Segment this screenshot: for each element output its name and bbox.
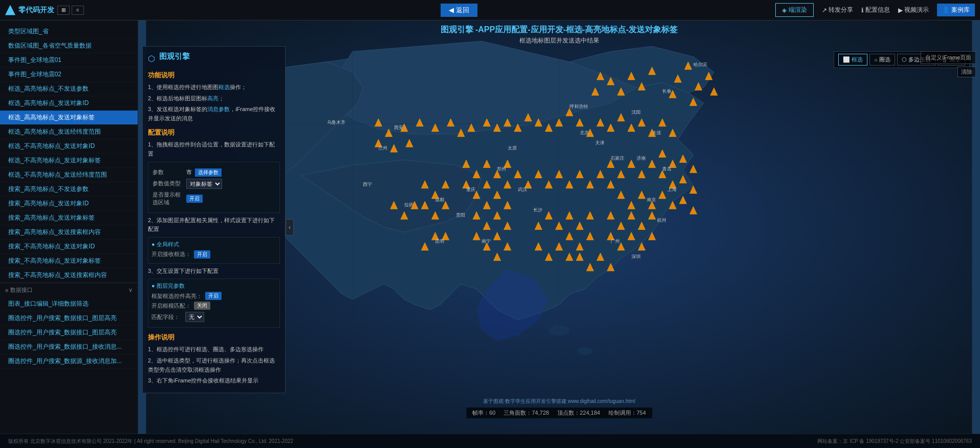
polygon-icon: ⬡ bbox=[902, 56, 907, 63]
sidebar-section-item-3[interactable]: 圈选控件_用户搜索_数据接口_接收消息... bbox=[0, 340, 138, 354]
open-select-toggle[interactable]: 开启 bbox=[194, 250, 210, 259]
map-link[interactable]: 基于图观·数字孪生应用开发引擎搭建 www.digihail.com/tugua… bbox=[483, 398, 635, 405]
ops-text-3: 3、右下角iFrame控件会接收框选结果并显示 bbox=[148, 376, 280, 386]
sidebar-item-16[interactable]: 搜索_不高亮地标点_发送对象标签 bbox=[0, 254, 138, 268]
sidebar-item-2[interactable]: 事件图_全球地震01 bbox=[0, 53, 138, 68]
header-center: ◀ 返回 bbox=[148, 4, 770, 17]
sidebar-item-9[interactable]: 框选_不高亮地标点_发送对象标签 bbox=[0, 154, 138, 168]
panel-header: ⬡ 图观引擎 bbox=[148, 52, 280, 66]
sidebar-item-4[interactable]: 框选_高亮地标点_不发送参数 bbox=[0, 82, 138, 96]
back-button[interactable]: ◀ 返回 bbox=[441, 4, 477, 17]
map-title-sub: 框选地标图层并发送选中结果 bbox=[138, 36, 980, 45]
interact-section-title: ● 图层完参数 bbox=[151, 282, 276, 290]
ops-section-title: 操作说明 bbox=[148, 333, 280, 342]
open-select-row: 开启接收框选： 开启 bbox=[151, 250, 276, 259]
share-action[interactable]: ↗ 转发分享 bbox=[822, 6, 853, 14]
sidebar-item-15[interactable]: 搜索_不高亮地标点_发送对象ID bbox=[0, 240, 138, 254]
rect-icon: ⬜ bbox=[843, 56, 850, 63]
sidebar-item-0[interactable]: 类型区域图_省 bbox=[0, 25, 138, 39]
sidebar-item-1[interactable]: 数值区域图_各省空气质量数据 bbox=[0, 39, 138, 53]
sidebar-item-17[interactable]: 搜索_不高亮地标点_发送搜索框内容 bbox=[0, 268, 138, 283]
param-type-select[interactable]: 对象标签 bbox=[186, 179, 222, 189]
map-title-main: 图观引擎 -APP应用配置-应用开发-框选-高亮地标点-发送对象标签 bbox=[138, 25, 980, 35]
ops-text-1: 1、框选控件可进行框选、圈选、多边形选操作 bbox=[148, 345, 280, 354]
icp-text: 网站备案：京 ICP 备 19018737号-2 公安部备案号 11010602… bbox=[817, 438, 972, 445]
func-text-2: 2、框选后地标图层图标高亮； bbox=[148, 94, 280, 103]
open-match-toggle[interactable]: 关闭 bbox=[194, 302, 210, 310]
copyright-text: 版权所有 北京数字冰雹信息技术有限公司 2021-2022年 | All rig… bbox=[8, 438, 293, 445]
config-section-title: 配置说明 bbox=[148, 128, 280, 137]
section-collapse-icon[interactable]: ≡ bbox=[5, 287, 8, 293]
sidebar-item-7[interactable]: 框选_高亮地标点_发送经纬度范围 bbox=[0, 125, 138, 139]
bottom-bar: 版权所有 北京数字冰雹信息技术有限公司 2021-2022年 | All rig… bbox=[0, 434, 980, 448]
config-text-2: 2、添加图层并配置相关属性，样式设置下进行如下配置 bbox=[148, 216, 280, 234]
logo-text: 零代码开发 bbox=[18, 6, 54, 15]
status-bar: 帧率：60 三角面数：74,728 顶点数：224,184 绘制调用：754 bbox=[466, 408, 652, 418]
panel-logo-icon: ⬡ bbox=[148, 54, 155, 63]
tool-select-rect[interactable]: ⬜ 框选 bbox=[838, 54, 867, 66]
view-icons: ⊞ ≡ bbox=[57, 6, 84, 15]
triangles-stat: 三角面数：74,728 bbox=[504, 409, 549, 417]
video-icon: ▶ bbox=[898, 7, 903, 14]
frame-highlight-toggle[interactable]: 开启 bbox=[205, 292, 222, 300]
video-action[interactable]: ▶ 视频演示 bbox=[898, 6, 929, 14]
open-match-row: 开启框模匹配： 关闭 bbox=[151, 302, 276, 310]
sidebar-item-5[interactable]: 框选_高亮地标点_发送对象ID bbox=[0, 96, 138, 111]
sidebar-item-13[interactable]: 搜索_高亮地标点_发送对象标签 bbox=[0, 211, 138, 225]
render-button[interactable]: ◈ 端渲染 bbox=[775, 3, 814, 17]
user-icon: 👤 bbox=[942, 6, 950, 13]
sidebar: 类型区域图_省 数值区域图_各省空气质量数据 事件图_全球地震01 事件图_全球… bbox=[0, 20, 138, 434]
collapse-panel-button[interactable]: ‹ bbox=[286, 219, 294, 236]
drawcalls-stat: 绘制调用：754 bbox=[608, 409, 646, 417]
iframe-label: 自定义IFrame页面 bbox=[921, 51, 976, 64]
sidebar-section-item-0[interactable]: 图表_接口编辑_详细数据筛选 bbox=[0, 297, 138, 311]
sidebar-item-6[interactable]: 框选_高高地标点_发送对象标签 bbox=[0, 111, 138, 125]
sidebar-item-8[interactable]: 框选_不高亮地标点_发送对象ID bbox=[0, 139, 138, 154]
header: 零代码开发 ⊞ ≡ ◀ 返回 ◈ 端渲染 ↗ 转发分享 ℹ 配置信息 ▶ 视频演… bbox=[0, 0, 980, 20]
grid-view-icon[interactable]: ⊞ bbox=[57, 6, 70, 15]
config-panel: ⬡ 图观引擎 功能说明 1、使用框选控件进行地图图框选操作； 2、框选后地标图层… bbox=[142, 46, 286, 393]
sidebar-section-item-2[interactable]: 圈选控件_用户搜索_数据接口_图层高亮 bbox=[0, 326, 138, 340]
sidebar-section-item-1[interactable]: 圈选控件_用户搜索_数据接口_图层高亮 bbox=[0, 311, 138, 326]
section-arrow-icon[interactable]: ∨ bbox=[128, 287, 133, 293]
header-right: ◈ 端渲染 ↗ 转发分享 ℹ 配置信息 ▶ 视频演示 👤 案例库 bbox=[775, 3, 975, 17]
share-icon: ↗ bbox=[822, 7, 827, 14]
list-view-icon[interactable]: ≡ bbox=[72, 6, 84, 15]
show-region-toggle[interactable]: 开启 bbox=[186, 195, 203, 203]
sidebar-item-11[interactable]: 搜索_高亮地标点_不发送参数 bbox=[0, 182, 138, 197]
map-title: 图观引擎 -APP应用配置-应用开发-框选-高亮地标点-发送对象标签 框选地标图… bbox=[138, 25, 980, 45]
func-text-3: 3、发送框选对象标签的消息参数，iFrame控件接收并显示发送的消息 bbox=[148, 105, 280, 123]
sidebar-item-14[interactable]: 搜索_高亮地标点_发送搜索框内容 bbox=[0, 225, 138, 240]
config-text-1: 1、拖拽框选控件到合适位置，数据设置进行如下配置 bbox=[148, 140, 280, 158]
info-icon: ℹ bbox=[861, 7, 864, 14]
map-clear-button[interactable]: 清除 bbox=[957, 67, 976, 77]
tool-select-circle[interactable]: ○ 圈选 bbox=[869, 54, 895, 66]
func-text-1: 1、使用框选控件进行地图图框选操作； bbox=[148, 83, 280, 92]
select-param-btn[interactable]: 选择参数 bbox=[195, 168, 222, 177]
sidebar-section-item-4[interactable]: 圈选控件_用户搜索_数据源_接收消息加... bbox=[0, 354, 138, 369]
sidebar-item-10[interactable]: 框选_不高亮地标点_发送经纬度范围 bbox=[0, 168, 138, 182]
sidebar-item-12[interactable]: 搜索_高亮地标点_发送对象ID bbox=[0, 197, 138, 211]
interact-section-box: ● 图层完参数 框架框选控件高亮： 开启 开启框模匹配： 关闭 匹配字段： 无 bbox=[148, 279, 280, 328]
global-style-box: ● 全局样式 开启接收框选： 开启 bbox=[148, 237, 280, 264]
param-config-box: 参数 市 选择参数 参数值类型 对象标签 是否显示框选区域 开启 bbox=[148, 162, 280, 213]
logo-icon bbox=[5, 5, 15, 15]
logo-area: 零代码开发 ⊞ ≡ bbox=[5, 5, 143, 15]
config-action[interactable]: ℹ 配置信息 bbox=[861, 6, 890, 14]
svg-point-2 bbox=[577, 347, 593, 355]
main-layout: 类型区域图_省 数值区域图_各省空气质量数据 事件图_全球地震01 事件图_全球… bbox=[0, 20, 980, 434]
section-data-interface: ≡ 数据接口 ∨ bbox=[0, 283, 138, 297]
match-field-row: 匹配字段： 无 bbox=[151, 312, 276, 322]
interaction-title: 3、交互设置下进行如下配置 bbox=[148, 267, 280, 276]
param-type-row: 参数值类型 对象标签 bbox=[153, 179, 275, 189]
match-field-select[interactable]: 无 bbox=[185, 312, 204, 322]
vertices-stat: 顶点数：224,184 bbox=[557, 409, 600, 417]
sidebar-item-3[interactable]: 事件图_全球地震02 bbox=[0, 68, 138, 82]
show-region-row: 是否显示框选区域 开启 bbox=[153, 191, 275, 206]
render-icon: ◈ bbox=[782, 7, 787, 14]
ops-text-2: 2、选中框选类型，可进行框选操作；再次点击框选类型旁点击清空取消框选操作 bbox=[148, 356, 280, 374]
panel-title: 图观引擎 bbox=[159, 52, 190, 61]
frames-stat: 帧率：60 bbox=[472, 409, 495, 417]
user-area[interactable]: 👤 案例库 bbox=[937, 4, 975, 16]
circle-icon: ○ bbox=[874, 57, 878, 63]
